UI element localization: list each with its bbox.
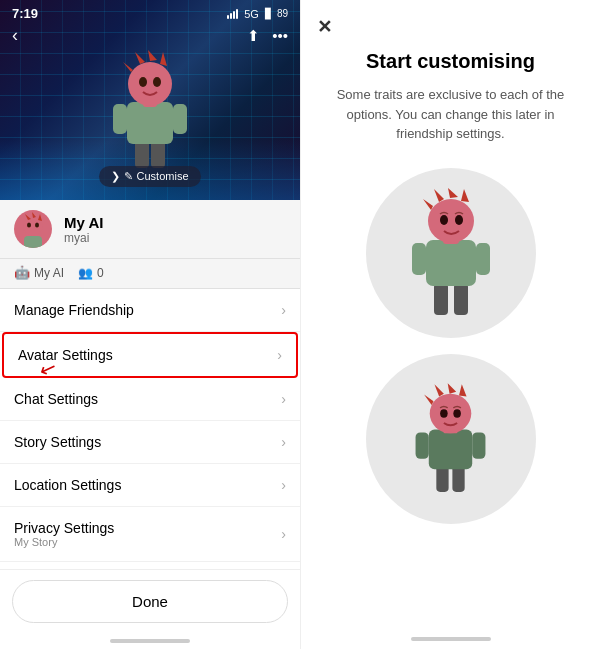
svg-point-17 [27, 223, 31, 228]
svg-marker-42 [459, 384, 467, 396]
profile-username: myai [64, 231, 286, 245]
menu-item-label: Story Settings [14, 434, 101, 450]
avatar-option-2[interactable] [366, 354, 536, 524]
svg-rect-23 [412, 243, 426, 275]
main-avatar [105, 50, 195, 160]
customise-button[interactable]: ❯ ✎ Customise [99, 166, 200, 187]
svg-rect-22 [426, 240, 476, 286]
signal-icon [227, 9, 238, 19]
menu-item-send-profile[interactable]: Send Profile To ... ➤ [0, 562, 300, 569]
stat-friends-count: 0 [97, 266, 104, 280]
bitmoji-svg [105, 50, 195, 170]
menu-item-location-settings[interactable]: Location Settings › [0, 464, 300, 507]
home-bar [110, 639, 190, 643]
friends-icon: 👥 [78, 266, 93, 280]
svg-rect-21 [454, 283, 468, 315]
header-background: 7:19 5G ▊ 89 ‹ ⬆ ••• [0, 0, 300, 200]
menu-item-label: Manage Friendship [14, 302, 134, 318]
svg-rect-1 [151, 140, 165, 168]
svg-rect-2 [127, 102, 173, 144]
battery-icon: ▊ [265, 8, 273, 19]
right-home-bar [411, 637, 491, 641]
myai-icon: 🤖 [14, 265, 30, 280]
nav-bar: ‹ ⬆ ••• [0, 21, 300, 50]
avatar-area: ❯ ✎ Customise [0, 50, 300, 195]
svg-point-44 [440, 409, 448, 418]
share-icon[interactable]: ⬆ [247, 27, 260, 45]
menu-list: Manage Friendship › Avatar Settings › ↙ … [0, 289, 300, 569]
svg-marker-28 [448, 188, 458, 198]
avatar-1-svg [406, 188, 496, 318]
profile-info: My AI myai [64, 214, 286, 245]
menu-item-manage-friendship[interactable]: Manage Friendship › [0, 289, 300, 332]
svg-point-11 [139, 77, 147, 87]
svg-marker-7 [135, 52, 145, 64]
stat-myai: 🤖 My AI [14, 265, 64, 280]
home-indicator [0, 633, 300, 649]
close-button[interactable]: ✕ [317, 16, 332, 38]
avatar-2-svg [408, 379, 493, 499]
svg-point-45 [453, 409, 461, 418]
menu-item-label: Location Settings [14, 477, 121, 493]
svg-rect-33 [436, 465, 448, 491]
svg-marker-40 [434, 384, 443, 396]
svg-point-39 [430, 393, 472, 433]
svg-rect-3 [113, 104, 127, 134]
avatar-settings-container: Avatar Settings › ↙ [0, 332, 300, 378]
svg-marker-43 [424, 394, 433, 404]
chevron-icon: › [281, 302, 286, 318]
done-btn-container: Done [0, 569, 300, 633]
svg-marker-8 [148, 50, 157, 61]
back-button[interactable]: ‹ [12, 25, 18, 46]
chevron-icon: › [281, 477, 286, 493]
right-panel: ✕ Start customising Some traits are excl… [300, 0, 600, 649]
svg-marker-9 [160, 52, 167, 66]
chevron-icon: › [277, 347, 282, 363]
svg-point-26 [428, 199, 474, 243]
profile-section: My AI myai [0, 200, 300, 259]
chevron-icon: › [281, 391, 286, 407]
menu-item-label: Chat Settings [14, 391, 98, 407]
done-button[interactable]: Done [12, 580, 288, 623]
more-icon[interactable]: ••• [272, 27, 288, 44]
status-icons: 5G ▊ 89 [227, 8, 288, 20]
svg-rect-35 [429, 429, 472, 469]
profile-name: My AI [64, 214, 286, 231]
battery-level: 89 [277, 8, 288, 19]
svg-marker-27 [434, 189, 444, 202]
svg-rect-0 [135, 140, 149, 168]
profile-avatar [14, 210, 52, 248]
svg-rect-37 [472, 432, 485, 458]
menu-item-privacy-settings[interactable]: Privacy Settings My Story › [0, 507, 300, 562]
chevron-icon: › [281, 526, 286, 542]
status-time: 7:19 [12, 6, 38, 21]
menu-item-chat-settings[interactable]: Chat Settings › [0, 378, 300, 421]
svg-point-6 [128, 62, 172, 106]
menu-item-info: Privacy Settings My Story [14, 520, 114, 548]
svg-marker-10 [123, 62, 133, 72]
profile-stats: 🤖 My AI 👥 0 [0, 259, 300, 289]
nav-actions: ⬆ ••• [247, 27, 288, 45]
svg-marker-29 [461, 189, 469, 202]
svg-marker-16 [38, 214, 42, 221]
right-title: Start customising [366, 50, 535, 73]
svg-marker-41 [448, 383, 457, 393]
menu-item-label: Privacy Settings [14, 520, 114, 536]
svg-point-12 [153, 77, 161, 87]
right-content: Start customising Some traits are exclus… [301, 0, 600, 540]
svg-rect-19 [24, 236, 42, 248]
menu-item-story-settings[interactable]: Story Settings › [0, 421, 300, 464]
svg-rect-4 [173, 104, 187, 134]
chevron-icon: › [281, 434, 286, 450]
avatar-option-1[interactable] [366, 168, 536, 338]
right-description: Some traits are exclusive to each of the… [325, 85, 576, 144]
svg-point-32 [455, 215, 463, 225]
svg-rect-36 [416, 432, 429, 458]
customise-label: ✎ Customise [124, 170, 188, 183]
svg-marker-30 [423, 199, 433, 210]
svg-point-18 [35, 223, 39, 228]
svg-point-31 [440, 215, 448, 225]
customise-chevron-icon: ❯ [111, 170, 120, 183]
status-bar: 7:19 5G ▊ 89 [0, 0, 300, 21]
stat-friends: 👥 0 [78, 265, 104, 280]
